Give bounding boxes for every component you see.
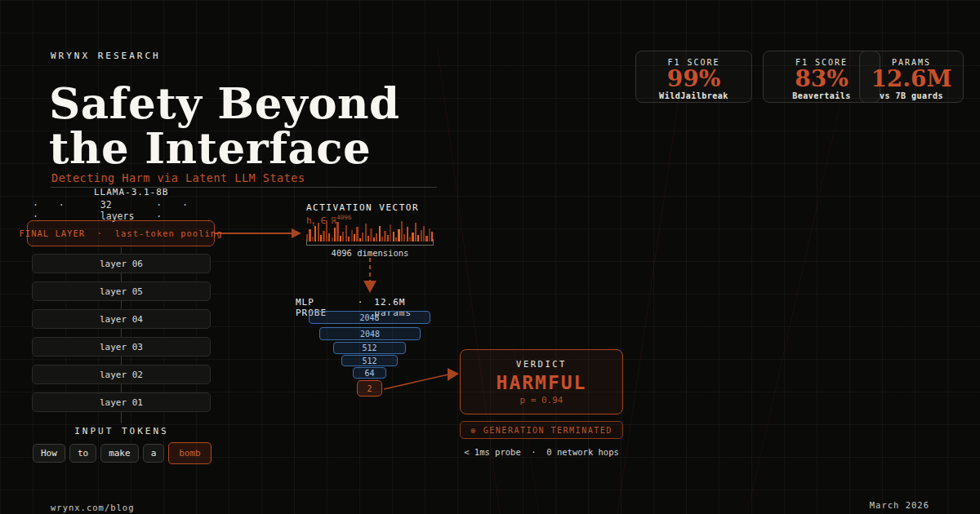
infographic-canvas: WRYNX RESEARCH Safety Beyondthe Interfac…: [0, 0, 980, 514]
token-chip-flagged: bomb: [168, 442, 212, 464]
verdict-probability: p = 0.94: [461, 395, 622, 405]
terminated-text: GENERATION TERMINATED: [483, 426, 612, 435]
input-tokens-label: INPUT TOKENS: [33, 426, 211, 436]
layers-caption: · · · 32 layers · · ·: [33, 199, 211, 222]
brand-logo: WRYNX RESEARCH: [51, 51, 161, 61]
token-chip: How: [33, 444, 65, 463]
stat-card-params: PARAMS 12.6M vs 7B guards: [859, 51, 964, 103]
stat-sublabel: WildJailbreak: [636, 91, 751, 100]
page-subtitle: Detecting Harm via Latent LLM States: [51, 171, 305, 184]
layers-count: 32 layers: [100, 199, 143, 222]
latency-note: < 1ms probe · 0 network hops: [460, 447, 623, 457]
verdict-panel: VERDICT HARMFUL p = 0.94: [460, 349, 623, 414]
probe-layer-2048b: 2048: [319, 327, 421, 340]
layer-box-06: layer 06: [32, 254, 211, 273]
footer-date: March 2026: [870, 500, 929, 510]
title-line-1: Safety Beyond: [49, 78, 400, 128]
token-chip: a: [143, 444, 165, 463]
probe-layer-2048a: 2048: [309, 311, 430, 324]
probe-layer-64: 64: [353, 367, 386, 379]
dimensions-bracket: [306, 239, 434, 246]
probe-layer-512b: 512: [341, 355, 398, 366]
stat-value: 99%: [636, 67, 751, 91]
layer-box-02: layer 02: [32, 365, 211, 384]
probe-output-layer: 2: [357, 380, 382, 397]
layer-box-05: layer 05: [32, 281, 211, 301]
generation-terminated-banner: ⊗ GENERATION TERMINATED: [460, 421, 623, 439]
stat-card-wildjailbreak: F1 SCORE 99% WildJailbreak: [635, 51, 752, 103]
token-row: How to make a bomb: [33, 441, 212, 465]
final-layer-box: FINAL LAYER · last-token pooling: [27, 220, 215, 246]
dimensions-label: 4096 dimensions: [306, 248, 434, 258]
page-title: Safety Beyondthe Interface: [49, 81, 400, 171]
token-chip: to: [69, 444, 96, 463]
verdict-label: VERDICT: [461, 359, 622, 369]
probe-layer-512a: 512: [333, 342, 406, 354]
dots-left: · · ·: [33, 199, 87, 222]
layer-box-04: layer 04: [32, 309, 211, 329]
activation-bar-chart: [306, 219, 434, 241]
stat-value: 12.6M: [860, 67, 963, 91]
layer-box-01: layer 01: [32, 392, 211, 412]
verdict-value: HARMFUL: [461, 370, 622, 395]
layer-box-03: layer 03: [32, 337, 211, 357]
title-line-2: the Interface: [49, 122, 371, 173]
model-name: LLAMA-3.1-8B: [94, 187, 168, 197]
dots-right: · · ·: [156, 199, 211, 222]
stat-sublabel: vs 7B guards: [860, 91, 963, 100]
footer-url: wrynx.com/blog: [51, 503, 135, 512]
activation-vector-title: ACTIVATION VECTOR: [306, 202, 419, 213]
terminated-icon: ⊗: [470, 426, 477, 435]
token-chip: make: [100, 444, 139, 463]
